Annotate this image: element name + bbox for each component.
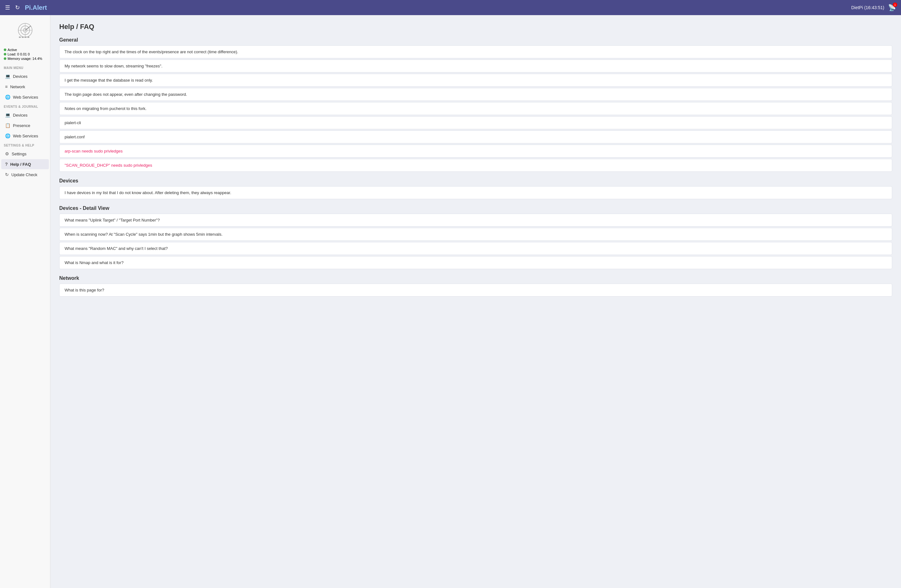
laptop-icon-ev: 💻 — [5, 112, 10, 117]
sidebar-item-main-devices[interactable]: 💻 Devices — [1, 71, 49, 81]
faq-item[interactable]: Notes on migrating from pucherot to this… — [59, 102, 892, 115]
content-area: Help / FAQ General The clock on the top … — [50, 15, 901, 588]
laptop-icon: 💻 — [5, 74, 10, 79]
user-time: DietPi (16:43:51) — [851, 5, 884, 10]
active-status: Active — [4, 48, 46, 51]
section-heading-general: General — [59, 37, 892, 43]
faq-item[interactable]: I get the message that the database is r… — [59, 74, 892, 87]
app-logo: Pi.Alert — [25, 4, 47, 11]
load-status: Load: 0 0.01 0 — [4, 52, 46, 56]
main-layout: Active Load: 0 0.01 0 Memory usage: 14.4… — [0, 15, 901, 588]
calendar-icon: 📋 — [5, 123, 10, 128]
sidebar-label-main-web-services: Web Services — [13, 95, 38, 100]
page-title: Help / FAQ — [59, 23, 892, 31]
topbar: ☰ ↻ Pi.Alert DietPi (16:43:51) 📡 1 — [0, 0, 901, 15]
svg-rect-6 — [22, 37, 23, 38]
sidebar-item-settings[interactable]: ⚙ Settings — [1, 149, 49, 159]
notification-bell[interactable]: 📡 1 — [888, 4, 896, 11]
memory-label: Memory usage: 14.4% — [8, 57, 42, 61]
events-journal-label: EVENTS & JOURNAL — [0, 102, 50, 110]
question-icon: ? — [5, 162, 8, 167]
faq-item[interactable]: What is this page for? — [59, 284, 892, 296]
sidebar-label-ev-web-services: Web Services — [13, 134, 38, 138]
status-area: Active Load: 0 0.01 0 Memory usage: 14.4… — [0, 47, 50, 64]
sidebar-item-main-network[interactable]: ≡ Network — [1, 82, 49, 92]
main-menu-label: MAIN MENU — [0, 64, 50, 71]
memory-dot — [4, 57, 6, 60]
faq-item[interactable]: My network seems to slow down, streaming… — [59, 59, 892, 72]
sidebar-item-update-check[interactable]: ↻ Update Check — [1, 170, 49, 179]
faq-item[interactable]: What means "Uplink Target" / "Target Por… — [59, 214, 892, 226]
section-heading-network: Network — [59, 275, 892, 281]
sidebar-item-ev-presence[interactable]: 📋 Presence — [1, 120, 49, 131]
sidebar: Active Load: 0 0.01 0 Memory usage: 14.4… — [0, 15, 50, 588]
globe-icon-main: 🌐 — [5, 95, 10, 100]
sidebar-label-update-check: Update Check — [11, 172, 37, 177]
load-label: Load: 0 0.01 0 — [8, 52, 30, 56]
menu-icon[interactable]: ☰ — [5, 4, 10, 11]
sidebar-item-ev-web-services[interactable]: 🌐 Web Services — [1, 131, 49, 141]
section-heading-devices-detail: Devices - Detail View — [59, 206, 892, 211]
sidebar-label-ev-devices: Devices — [13, 113, 27, 117]
sidebar-item-help-faq[interactable]: ? Help / FAQ — [1, 159, 49, 169]
sidebar-label-help-faq: Help / FAQ — [10, 162, 31, 167]
faq-item[interactable]: I have devices in my list that I do not … — [59, 186, 892, 199]
sidebar-label-ev-presence: Presence — [13, 123, 30, 128]
load-dot — [4, 53, 6, 55]
memory-status: Memory usage: 14.4% — [4, 57, 46, 61]
faq-item[interactable]: When is scanning now? At "Scan Cycle" sa… — [59, 228, 892, 241]
faq-item-warning[interactable]: arp-scan needs sudo privledges — [59, 145, 892, 158]
sidebar-label-main-network: Network — [10, 84, 25, 89]
sidebar-label-main-devices: Devices — [13, 74, 27, 79]
faq-item[interactable]: What is Nmap and what is it for? — [59, 256, 892, 269]
faq-item-warning[interactable]: "SCAN_ROGUE_DHCP" needs sudo privledges — [59, 159, 892, 172]
settings-help-label: SETTINGS & HELP — [0, 141, 50, 148]
svg-rect-8 — [27, 37, 29, 38]
svg-rect-7 — [25, 37, 26, 38]
faq-item[interactable]: What means "Random MAC" and why can't I … — [59, 242, 892, 255]
topbar-right: DietPi (16:43:51) 📡 1 — [851, 4, 896, 11]
topbar-left: ☰ ↻ Pi.Alert — [5, 4, 47, 11]
gear-icon: ⚙ — [5, 151, 9, 156]
faq-item[interactable]: pialert.conf — [59, 131, 892, 143]
svg-rect-5 — [19, 37, 21, 38]
section-heading-devices: Devices — [59, 178, 892, 184]
faq-item[interactable]: The login page does not appear, even aft… — [59, 88, 892, 101]
faq-item[interactable]: The clock on the top right and the times… — [59, 45, 892, 58]
active-label: Active — [8, 48, 17, 51]
sidebar-logo-area — [0, 19, 50, 47]
notification-badge: 1 — [893, 3, 897, 7]
sidebar-label-settings: Settings — [12, 151, 26, 156]
network-icon: ≡ — [5, 84, 8, 89]
globe-icon-ev: 🌐 — [5, 133, 10, 138]
radar-icon — [16, 22, 35, 42]
refresh-icon[interactable]: ↻ — [15, 4, 20, 11]
sidebar-item-ev-devices[interactable]: 💻 Devices — [1, 110, 49, 120]
update-icon: ↻ — [5, 172, 9, 177]
sidebar-item-main-web-services[interactable]: 🌐 Web Services — [1, 92, 49, 102]
faq-item[interactable]: pialert-cli — [59, 116, 892, 129]
active-dot — [4, 48, 6, 51]
